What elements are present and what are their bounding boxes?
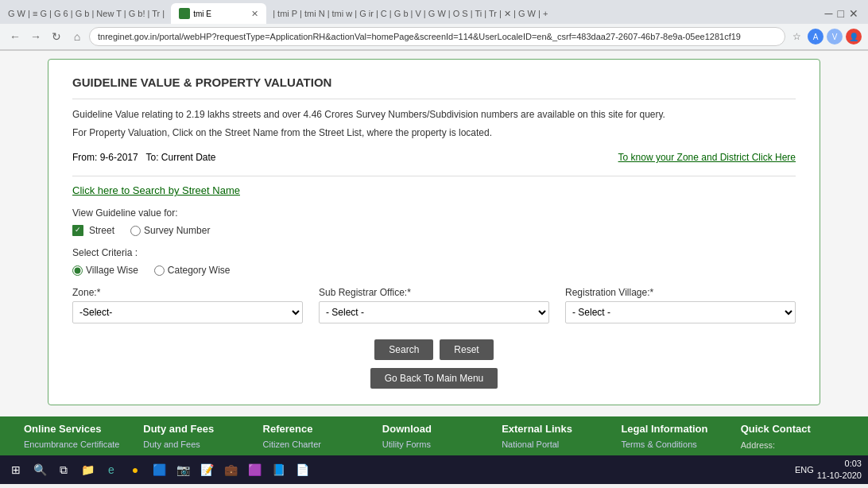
app4-icon[interactable]: 💼 — [221, 460, 240, 479]
footer-link-duty[interactable]: Duty and Fees — [143, 440, 246, 449]
footer-link-utility-forms[interactable]: Utility Forms — [382, 440, 486, 449]
reg-village-label: Registration Village:* — [565, 287, 796, 298]
sro-select[interactable]: - Select - — [319, 301, 549, 323]
footer: Online Services Encumbrance Certificate … — [0, 416, 868, 455]
street-search-link[interactable]: Click here to Search by Street Name — [72, 184, 240, 196]
footer-heading-online-services: Online Services — [24, 423, 127, 435]
date-range: From: 9-6-2017 To: Current Date — [72, 152, 216, 163]
back-button-row: Go Back To Main Menu — [72, 368, 796, 389]
app5-icon[interactable]: 🟪 — [245, 460, 264, 479]
app1-icon[interactable]: 🟦 — [149, 460, 169, 479]
date-row: From: 9-6-2017 To: Current Date To know … — [72, 152, 796, 163]
browser-icons: ☆ A V 👤 — [789, 29, 862, 45]
footer-col-duty-fees: Duty and Fees Duty and Fees — [135, 423, 254, 451]
time: 0:03 — [817, 458, 862, 470]
start-button[interactable]: ⊞ — [6, 460, 25, 479]
address-bar[interactable] — [89, 27, 785, 46]
criteria-label: Select Criteria : — [72, 247, 796, 258]
profile-icon[interactable]: A — [808, 29, 823, 45]
chrome-icon[interactable]: ● — [126, 460, 145, 479]
app3-icon[interactable]: 📝 — [197, 460, 216, 479]
zone-label: Zone:* — [72, 287, 303, 298]
forward-nav-button[interactable]: → — [27, 28, 45, 45]
street-checkbox[interactable]: ✓ — [72, 225, 83, 236]
search-button[interactable]: Search — [374, 339, 433, 360]
task-view-icon[interactable]: ⧉ — [54, 460, 73, 479]
footer-link-terms[interactable]: Terms & Conditions — [621, 440, 724, 449]
field-row: Zone:* -Select- Sub Registrar Office:* -… — [72, 287, 796, 323]
footer-col-quick-contact: Quick Contact Address: — [733, 423, 852, 451]
browser-chrome: G W | ≡ G | G 6 | G b | New T | G b! | T… — [0, 0, 868, 51]
file-explorer-icon[interactable]: 📁 — [78, 460, 97, 479]
search-reset-row: Search Reset — [72, 339, 796, 360]
footer-col-legal: Legal Information Terms & Conditions — [613, 423, 732, 451]
minimize-btn[interactable]: ─ — [825, 7, 833, 20]
sro-field-group: Sub Registrar Office:* - Select - — [319, 287, 549, 323]
bookmark-icon[interactable]: ☆ — [789, 29, 804, 45]
footer-heading-reference: Reference — [263, 423, 366, 435]
footer-heading-duty-fees: Duty and Fees — [143, 423, 246, 435]
tab-group-after: | tmi P | tmi N | tmi w | G ir | C | G b… — [268, 7, 552, 21]
app7-icon[interactable]: 📄 — [293, 460, 312, 479]
app6-icon[interactable]: 📘 — [269, 460, 288, 479]
reg-village-field-group: Registration Village:* - Select - — [565, 287, 796, 323]
taskbar-lang: ENG — [795, 465, 814, 474]
edge-icon[interactable]: e — [102, 460, 121, 479]
criteria-radio-group: Village Wise Category Wise — [72, 265, 796, 276]
village-wise-radio-label[interactable]: Village Wise — [72, 265, 138, 276]
reg-village-select[interactable]: - Select - — [565, 301, 796, 323]
footer-col-reference: Reference Citizen Charter — [255, 423, 374, 451]
footer-heading-legal: Legal Information — [621, 423, 724, 435]
footer-col-external-links: External Links National Portal — [494, 423, 613, 451]
zone-field-group: Zone:* -Select- — [72, 287, 303, 323]
tab-close-icon[interactable]: ✕ — [251, 9, 258, 19]
search-taskbar-icon[interactable]: 🔍 — [30, 460, 49, 479]
category-wise-radio-label[interactable]: Category Wise — [154, 265, 231, 276]
close-btn[interactable]: ✕ — [849, 7, 858, 20]
footer-link-encumbrance[interactable]: Encumbrance Certificate — [24, 440, 127, 449]
view-guideline-label: View Guideline value for: — [72, 207, 796, 219]
footer-heading-external-links: External Links — [502, 423, 605, 435]
page-content: GUIDELINE VALUE & PROPERTY VALUATION Gui… — [0, 51, 868, 416]
survey-number-radio-label[interactable]: Survey Number — [130, 225, 210, 236]
footer-address-label: Address: — [741, 440, 775, 450]
tab-bar: G W | ≡ G | G 6 | G b | New T | G b! | T… — [0, 0, 868, 24]
footer-col-online-services: Online Services Encumbrance Certificate — [16, 423, 135, 451]
description-1: Guideline Value relating to 2.19 lakhs s… — [72, 107, 796, 122]
user-icon[interactable]: 👤 — [846, 29, 862, 45]
page-title: GUIDELINE VALUE & PROPERTY VALUATION — [72, 76, 796, 89]
zone-select[interactable]: -Select- — [72, 301, 303, 323]
tab-group-icons: G W | ≡ G | G 6 | G b | New T | G b! | T… — [3, 7, 169, 20]
category-wise-radio[interactable] — [154, 265, 165, 276]
clock: 0:03 11-10-2020 — [817, 458, 862, 482]
active-tab[interactable]: tmi E ✕ — [171, 3, 266, 24]
date: 11-10-2020 — [817, 470, 862, 482]
view-guideline-section: View Guideline value for: ✓ Street Surve… — [72, 207, 796, 236]
maximize-btn[interactable]: □ — [838, 7, 844, 20]
back-nav-button[interactable]: ← — [6, 28, 24, 45]
zone-district-link[interactable]: To know your Zone and District Click Her… — [618, 152, 796, 163]
footer-heading-quick-contact: Quick Contact — [741, 423, 844, 435]
description-2: For Property Valuation, Click on the Str… — [72, 126, 796, 141]
reset-button[interactable]: Reset — [440, 339, 493, 360]
app2-icon[interactable]: 📷 — [173, 460, 192, 479]
reload-button[interactable]: ↻ — [48, 28, 65, 45]
home-button[interactable]: ⌂ — [68, 28, 86, 45]
extension-icon[interactable]: V — [827, 29, 843, 45]
footer-link-national-portal[interactable]: National Portal — [502, 440, 605, 449]
taskbar: ⊞ 🔍 ⧉ 📁 e ● 🟦 📷 📝 💼 🟪 📘 📄 ENG 0:03 11-10… — [0, 455, 868, 484]
survey-number-radio[interactable] — [130, 226, 141, 236]
taskbar-right: ENG 0:03 11-10-2020 — [795, 458, 862, 482]
main-box: GUIDELINE VALUE & PROPERTY VALUATION Gui… — [48, 59, 820, 405]
sro-label: Sub Registrar Office:* — [319, 287, 549, 298]
taskbar-left: ⊞ 🔍 ⧉ 📁 e ● 🟦 📷 📝 💼 🟪 📘 📄 — [6, 460, 312, 479]
footer-link-citizen-charter[interactable]: Citizen Charter — [263, 440, 366, 449]
view-type-radio-group: ✓ Street Survey Number — [72, 225, 796, 236]
browser-controls: ← → ↻ ⌂ ☆ A V 👤 — [0, 24, 868, 50]
street-radio-label[interactable]: ✓ Street — [72, 225, 114, 236]
footer-heading-download: Download — [382, 423, 486, 435]
village-wise-radio[interactable] — [72, 265, 83, 276]
select-criteria-section: Select Criteria : Village Wise Category … — [72, 247, 796, 276]
footer-col-download: Download Utility Forms — [374, 423, 494, 451]
go-back-button[interactable]: Go Back To Main Menu — [370, 368, 498, 389]
